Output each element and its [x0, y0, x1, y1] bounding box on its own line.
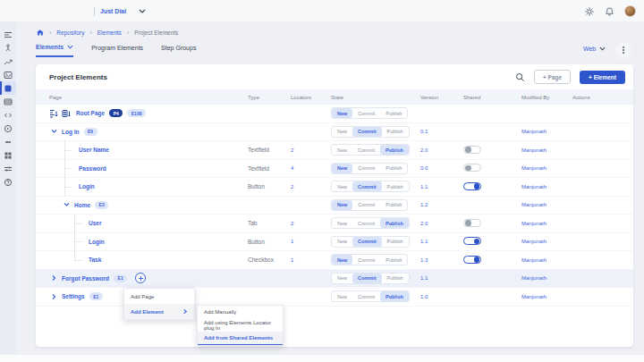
project-switcher[interactable]: Just Dial	[100, 0, 146, 22]
more-options-button[interactable]	[615, 42, 631, 58]
breadcrumb-repository[interactable]: Repository	[56, 29, 84, 36]
gear-icon[interactable]	[584, 6, 595, 17]
menu-item-add-page[interactable]: Add Page	[124, 289, 194, 304]
element-link[interactable]: User	[89, 220, 101, 226]
state-publish[interactable]: Publish	[380, 255, 407, 265]
chevron-down-icon[interactable]	[63, 201, 71, 208]
modified-by-link[interactable]: Manjunath	[521, 221, 572, 226]
state-new[interactable]: New	[332, 164, 352, 173]
sidebar-item-grid[interactable]	[0, 148, 16, 162]
element-link[interactable]: User Name	[79, 147, 109, 153]
locators-value[interactable]: 2	[291, 184, 331, 189]
add-button[interactable]	[135, 273, 146, 283]
page-link[interactable]: Log In	[62, 129, 80, 135]
state-new[interactable]: New	[332, 255, 352, 265]
state-commit[interactable]: Commit	[352, 145, 380, 155]
state-commit[interactable]: Commit	[352, 108, 380, 118]
state-commit[interactable]: Commit	[352, 200, 380, 210]
submenu-item-add-using-locator[interactable]: Add using Elements Locator plug In	[198, 319, 283, 333]
element-link[interactable]: Password	[79, 165, 106, 172]
state-commit[interactable]: Commit	[352, 164, 380, 173]
locators-value[interactable]: 2	[291, 221, 331, 226]
tab-elements[interactable]: Elements	[36, 44, 73, 57]
sidebar-item-settings[interactable]	[0, 162, 16, 175]
modified-by-link[interactable]: Manjunath	[521, 184, 572, 189]
state-new[interactable]: New	[332, 218, 352, 228]
state-new[interactable]: New	[332, 145, 352, 155]
state-publish[interactable]: Publish	[382, 237, 409, 247]
modified-by-link[interactable]: Manjunath	[521, 129, 572, 134]
shared-toggle[interactable]	[463, 237, 481, 245]
user-avatar[interactable]	[624, 5, 636, 17]
modified-by-link[interactable]: Manjunath	[521, 257, 572, 263]
menu-item-add-element[interactable]: Add Element	[124, 304, 194, 319]
modified-by-link[interactable]: Manjunath	[521, 294, 572, 299]
submenu-item-add-from-shared[interactable]: Add from Shared Elements	[198, 332, 283, 345]
state-commit[interactable]: Commit	[352, 127, 381, 137]
state-new[interactable]: New	[332, 108, 352, 118]
shared-toggle[interactable]	[463, 182, 481, 190]
modified-by-link[interactable]: Manjunath	[521, 147, 572, 153]
sidebar-item-help[interactable]	[0, 175, 16, 189]
sidebar-item-trend[interactable]	[0, 55, 16, 68]
state-publish[interactable]: Publish	[380, 108, 407, 118]
state-commit[interactable]: Commit	[352, 255, 380, 265]
state-publish[interactable]: Publish	[380, 200, 407, 210]
state-publish[interactable]: Publish	[380, 145, 409, 155]
modified-by-link[interactable]: Manjunath	[521, 239, 572, 244]
page-link[interactable]: Forgot Password	[62, 275, 109, 282]
state-publish[interactable]: Publish	[382, 181, 409, 191]
chevron-right-icon[interactable]	[50, 274, 58, 282]
state-new[interactable]: New	[332, 291, 352, 301]
state-publish[interactable]: Publish	[380, 164, 407, 173]
shared-toggle[interactable]	[463, 146, 481, 154]
locators-value[interactable]: 2	[291, 147, 331, 153]
search-icon[interactable]	[515, 72, 525, 82]
element-link[interactable]: Task	[89, 257, 101, 263]
sidebar-item-table[interactable]	[0, 95, 16, 108]
modified-by-link[interactable]: Manjunath	[521, 275, 572, 281]
shared-toggle[interactable]	[463, 219, 481, 227]
state-commit[interactable]: Commit	[352, 291, 380, 301]
state-publish[interactable]: Publish	[382, 127, 409, 137]
bell-icon[interactable]	[605, 6, 614, 17]
platform-select[interactable]: Web	[583, 46, 606, 52]
modified-by-link[interactable]: Manjunath	[521, 202, 572, 207]
tab-step-groups[interactable]: Step Groups	[161, 44, 196, 57]
sidebar-item-code[interactable]	[0, 108, 16, 122]
sidebar-item-menu[interactable]	[0, 28, 16, 41]
locators-value[interactable]: 1	[291, 239, 331, 244]
locators-value[interactable]: 1	[291, 257, 331, 263]
collapse-all-icon[interactable]	[49, 109, 58, 118]
tab-program-elements[interactable]: Program Elements	[91, 44, 143, 57]
add-element-button[interactable]: + Element	[580, 71, 625, 84]
shared-toggle[interactable]	[463, 256, 481, 264]
submenu-item-add-manually[interactable]: Add Manually	[198, 306, 283, 319]
sidebar-item-run[interactable]	[0, 122, 16, 135]
state-publish[interactable]: Publish	[380, 291, 409, 301]
page-link[interactable]: Root Page	[76, 110, 105, 116]
state-new[interactable]: New	[332, 274, 352, 283]
sidebar-item-hierarchy[interactable]	[0, 41, 16, 55]
state-commit[interactable]: Commit	[352, 218, 380, 228]
modified-by-link[interactable]: Manjunath	[521, 165, 572, 171]
state-publish[interactable]: Publish	[382, 274, 409, 283]
chevron-right-icon[interactable]	[50, 293, 58, 300]
locators-value[interactable]: 4	[291, 165, 331, 171]
state-publish[interactable]: Publish	[380, 218, 409, 228]
state-new[interactable]: New	[332, 237, 352, 247]
page-link[interactable]: Home	[74, 202, 90, 208]
element-link[interactable]: Login	[89, 239, 105, 245]
state-commit[interactable]: Commit	[352, 237, 381, 247]
page-link[interactable]: Settings	[62, 293, 85, 299]
state-commit[interactable]: Commit	[352, 181, 381, 191]
chevron-down-icon[interactable]	[50, 128, 58, 135]
sidebar-item-media[interactable]	[0, 68, 16, 81]
home-icon[interactable]	[36, 29, 44, 37]
sidebar-item-dash[interactable]	[0, 135, 16, 148]
breadcrumb-elements[interactable]: Elements	[97, 29, 122, 36]
state-new[interactable]: New	[332, 181, 352, 191]
state-new[interactable]: New	[332, 200, 352, 210]
state-commit[interactable]: Commit	[352, 274, 381, 283]
expand-all-icon[interactable]	[62, 109, 71, 118]
